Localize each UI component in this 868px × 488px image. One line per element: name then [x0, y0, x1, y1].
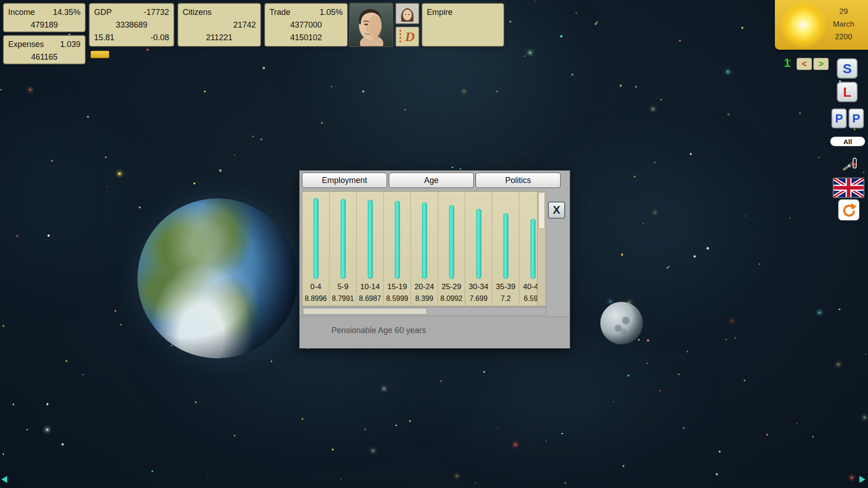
load-button[interactable]: L [837, 82, 858, 102]
star [576, 12, 577, 14]
age-bar-track [330, 194, 356, 279]
policy-left-button[interactable]: P [831, 108, 847, 128]
empire-label: Empire [427, 6, 453, 19]
chart-horizontal-scrollbar[interactable] [302, 307, 546, 315]
age-group-label: 20-24 [411, 282, 438, 291]
star [690, 153, 692, 155]
star [643, 223, 644, 224]
star [234, 155, 235, 155]
tab-age[interactable]: Age [389, 173, 474, 188]
star [620, 84, 622, 87]
star [838, 364, 839, 365]
gdp-progress-bar [90, 51, 109, 58]
citizens-value-top: 21742 [233, 19, 256, 32]
home-planet[interactable] [137, 198, 297, 358]
star [621, 253, 623, 256]
star [509, 21, 511, 23]
age-group-value: 8.0992 [438, 295, 465, 303]
star [219, 169, 222, 172]
age-group-value: 7.699 [465, 295, 492, 303]
chart-vertical-scrollbar[interactable] [537, 192, 546, 306]
advisor-portrait[interactable] [395, 3, 420, 24]
star [340, 479, 341, 479]
star [372, 450, 374, 452]
speed-decrease-button[interactable]: < [797, 58, 812, 70]
star [82, 374, 84, 375]
star [638, 339, 640, 341]
star [440, 380, 442, 382]
tab-employment[interactable]: Employment [302, 173, 387, 188]
star [321, 122, 323, 124]
star [719, 450, 721, 452]
gdp-growth: -0.08 [151, 32, 169, 44]
age-group-label: 25-29 [438, 282, 465, 291]
star [652, 108, 653, 109]
star [529, 52, 531, 53]
age-column: 20-248.399 [411, 192, 438, 306]
leader-portrait[interactable] [349, 3, 393, 47]
star [120, 324, 122, 325]
close-button[interactable]: X [548, 202, 565, 219]
star [2, 325, 5, 327]
speed-increase-button[interactable]: > [813, 58, 829, 70]
star [524, 55, 526, 57]
star [613, 401, 614, 402]
refresh-button[interactable] [838, 199, 859, 221]
star [851, 477, 853, 479]
expenses-panel: Expenses 1.039 461165 [3, 35, 86, 65]
age-column: 5-98.7991 [330, 192, 357, 306]
star [741, 27, 743, 28]
star [647, 339, 649, 342]
star [634, 176, 636, 178]
tab-politics[interactable]: Politics [476, 173, 561, 188]
star [839, 309, 840, 310]
star [263, 67, 265, 69]
star [759, 263, 760, 265]
star [364, 429, 366, 430]
star [193, 183, 195, 184]
date-year: 2200 [825, 31, 863, 43]
date-panel: 29 March 2200 [775, 0, 868, 50]
age-group-label: 30-34 [465, 282, 492, 291]
star [744, 380, 745, 381]
gdp-amount: 3338689 [94, 19, 169, 32]
horizontal-scrollbar-thumb[interactable] [303, 308, 427, 314]
age-bar-track [519, 194, 537, 279]
age-bar [530, 219, 535, 279]
star [383, 388, 385, 389]
age-bar-track [302, 194, 329, 279]
policy-right-button[interactable]: P [849, 108, 864, 128]
age-bar-track [438, 194, 465, 279]
star [812, 436, 814, 437]
income-amount: 479189 [8, 19, 80, 32]
star [514, 444, 516, 446]
language-flag-uk-icon[interactable] [833, 178, 864, 198]
trade-value-top: 4377000 [269, 19, 343, 32]
dynasty-crest[interactable]: D [395, 26, 420, 47]
star [30, 89, 31, 90]
age-bar [476, 209, 481, 279]
star [114, 310, 116, 312]
vertical-scrollbar-thumb[interactable] [538, 192, 545, 229]
all-filter-button[interactable]: All [830, 136, 865, 146]
age-group-value: 8.6987 [357, 295, 383, 303]
star [105, 156, 107, 158]
star [260, 139, 262, 141]
star [61, 443, 64, 446]
map-scroll-left-icon[interactable] [1, 476, 7, 483]
research-tools-icon[interactable] [842, 156, 859, 173]
age-column: 30-347.699 [465, 192, 492, 306]
star [818, 157, 820, 158]
star [460, 168, 461, 169]
age-group-label: 5-9 [330, 282, 356, 291]
star [146, 49, 148, 51]
star [668, 266, 670, 268]
trade-label: Trade [269, 6, 290, 19]
save-button[interactable]: S [837, 58, 858, 79]
age-group-value: 6.598 [519, 295, 537, 303]
age-bar [503, 213, 508, 279]
map-scroll-right-icon[interactable] [859, 476, 865, 483]
star [483, 371, 485, 373]
age-column: 15-198.5999 [384, 192, 411, 306]
moon[interactable] [600, 302, 643, 344]
